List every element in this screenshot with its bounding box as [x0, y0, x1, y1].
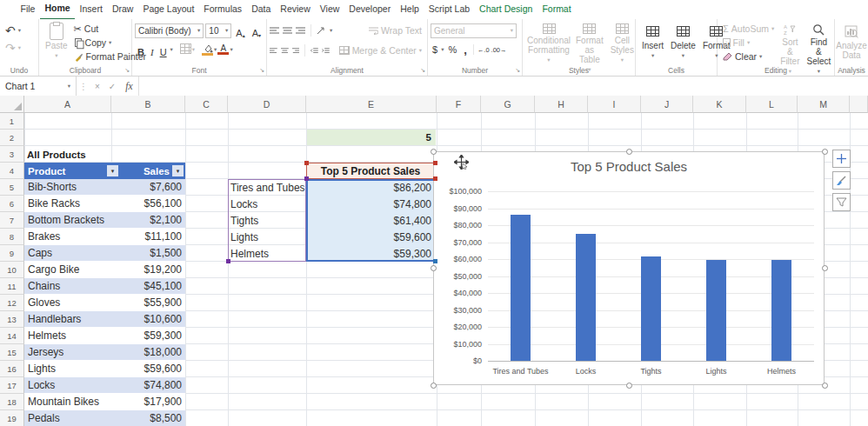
- number-dialog-launcher[interactable]: ↘: [515, 67, 520, 74]
- font-dialog-launcher[interactable]: ↘: [259, 67, 264, 74]
- product-filter-button[interactable]: ▾: [107, 165, 118, 176]
- table-row[interactable]: Handlebars$10,600: [24, 311, 185, 328]
- clipboard-dialog-launcher[interactable]: ↘: [124, 67, 130, 74]
- column-header-B[interactable]: B: [111, 96, 185, 113]
- align-right-icon[interactable]: [292, 47, 300, 55]
- chart-selection-handle[interactable]: [626, 383, 632, 389]
- row-header-19[interactable]: 19: [0, 410, 24, 426]
- row-header-16[interactable]: 16: [0, 361, 24, 377]
- column-header-A[interactable]: A: [24, 96, 111, 113]
- bar-locks[interactable]: [576, 234, 596, 361]
- increase-font-button[interactable]: A▴: [233, 23, 247, 38]
- conditional-formatting-button[interactable]: Conditional Formatting▾: [525, 22, 572, 64]
- number-format-select[interactable]: General▾: [431, 23, 517, 38]
- decrease-decimal-button[interactable]: .00→: [491, 46, 507, 54]
- tab-review[interactable]: Review: [276, 0, 315, 19]
- fill-color-button[interactable]: [202, 44, 213, 56]
- row-header-11[interactable]: 11: [0, 278, 24, 295]
- underline-button[interactable]: U: [157, 42, 170, 57]
- row-header-13[interactable]: 13: [0, 311, 24, 328]
- tab-chart-design[interactable]: Chart Design: [475, 0, 537, 19]
- column-header-H[interactable]: H: [535, 96, 588, 113]
- row-header-6[interactable]: 6: [0, 196, 24, 212]
- increase-decimal-button[interactable]: ←.0: [477, 46, 490, 54]
- products-header-product[interactable]: Product: [28, 163, 65, 179]
- row-header-2[interactable]: 2: [0, 130, 24, 146]
- column-header-D[interactable]: D: [228, 96, 306, 113]
- column-header-L[interactable]: L: [746, 96, 798, 113]
- tab-view[interactable]: View: [315, 0, 344, 19]
- column-header-E[interactable]: E: [306, 96, 437, 113]
- worksheet-grid[interactable]: ABCDEFGHIJKLM123456789101112131415161718…: [0, 96, 868, 426]
- table-row[interactable]: Locks$74,800: [24, 377, 185, 394]
- row-header-18[interactable]: 18: [0, 394, 24, 410]
- cancel-entry-button[interactable]: ×: [90, 82, 104, 91]
- chart-selection-handle[interactable]: [431, 265, 437, 271]
- row-header-1[interactable]: 1: [0, 113, 24, 130]
- increase-indent-icon[interactable]: [322, 47, 330, 55]
- table-row[interactable]: Jerseys$18,000: [24, 344, 185, 361]
- tab-format[interactable]: Format: [537, 0, 576, 19]
- column-header-C[interactable]: C: [185, 96, 228, 113]
- autosum-button[interactable]: ΣAutoSum▾: [720, 22, 777, 36]
- table-row[interactable]: Helmets$59,300: [24, 328, 185, 344]
- bar-lights[interactable]: [706, 260, 726, 361]
- row-header-10[interactable]: 10: [0, 262, 24, 278]
- row-header-14[interactable]: 14: [0, 328, 24, 344]
- table-row[interactable]: Gloves$55,900: [24, 295, 185, 311]
- insert-function-button[interactable]: fx: [120, 81, 137, 91]
- tab-script-lab[interactable]: Script Lab: [424, 0, 474, 19]
- align-center-icon[interactable]: [281, 47, 289, 55]
- find-select-button[interactable]: Find & Select▾: [804, 22, 835, 64]
- fill-button[interactable]: ↓Fill▾: [720, 36, 777, 50]
- merge-center-button[interactable]: Merge & Center▾: [337, 43, 424, 59]
- tab-data[interactable]: Data: [247, 0, 276, 19]
- cell-styles-button[interactable]: Cell Styles▾: [607, 22, 638, 64]
- chart-filters-button[interactable]: [832, 193, 851, 211]
- column-header-M[interactable]: M: [798, 96, 850, 113]
- undo-button[interactable]: ↶▾: [3, 23, 23, 39]
- wrap-text-button[interactable]: Wrap Text: [366, 23, 424, 39]
- font-color-button[interactable]: A: [217, 44, 229, 55]
- analyze-data-button[interactable]: Analyze Data: [838, 22, 865, 60]
- formula-input[interactable]: [138, 77, 868, 96]
- row-header-8[interactable]: 8: [0, 229, 24, 245]
- row-header-12[interactable]: 12: [0, 295, 24, 311]
- tab-page-layout[interactable]: Page Layout: [138, 0, 199, 19]
- italic-button[interactable]: I: [148, 42, 157, 57]
- decrease-font-button[interactable]: A▾: [250, 23, 264, 38]
- paste-button[interactable]: Paste▾: [42, 22, 71, 64]
- table-row[interactable]: Bike Racks$56,100: [24, 196, 185, 212]
- select-all-button[interactable]: [0, 96, 24, 113]
- table-row[interactable]: Chains$45,100: [24, 278, 185, 295]
- chart-styles-button[interactable]: [832, 171, 851, 190]
- table-row[interactable]: Brakes$11,100: [24, 229, 185, 245]
- chart-selection-handle[interactable]: [822, 265, 828, 271]
- name-box[interactable]: Chart 1▾: [0, 77, 77, 96]
- bar-tires-and-tubes[interactable]: [511, 215, 531, 361]
- tab-draw[interactable]: Draw: [107, 0, 138, 19]
- decrease-indent-icon[interactable]: [310, 47, 318, 55]
- table-row[interactable]: Cargo Bike$19,200: [24, 262, 185, 278]
- table-row[interactable]: Pedals$8,500: [24, 410, 185, 426]
- row-header-3[interactable]: 3: [0, 146, 24, 163]
- delete-cells-button[interactable]: Delete▾: [667, 22, 699, 64]
- bold-button[interactable]: B: [135, 42, 147, 57]
- name-box-dropdown-icon[interactable]: ▾: [68, 83, 70, 90]
- currency-button[interactable]: $: [431, 44, 439, 55]
- chart-selection-handle[interactable]: [822, 149, 828, 155]
- table-row[interactable]: Caps$1,500: [24, 245, 185, 262]
- cell-e2-top-n[interactable]: 5: [307, 130, 436, 145]
- chart-selection-handle[interactable]: [431, 383, 437, 389]
- align-middle-icon[interactable]: [283, 27, 292, 35]
- chart-elements-button[interactable]: [832, 150, 851, 168]
- confirm-entry-button[interactable]: ✓: [104, 82, 120, 91]
- clear-button[interactable]: Clear▾: [720, 50, 777, 63]
- align-bottom-icon[interactable]: [296, 27, 305, 35]
- row-header-4[interactable]: 4: [0, 163, 24, 179]
- chart-selection-handle[interactable]: [431, 149, 437, 155]
- font-name-select[interactable]: Calibri (Body)▾: [135, 23, 204, 38]
- column-header-partial[interactable]: [850, 96, 868, 113]
- align-top-icon[interactable]: [270, 27, 279, 35]
- column-header-I[interactable]: I: [588, 96, 641, 113]
